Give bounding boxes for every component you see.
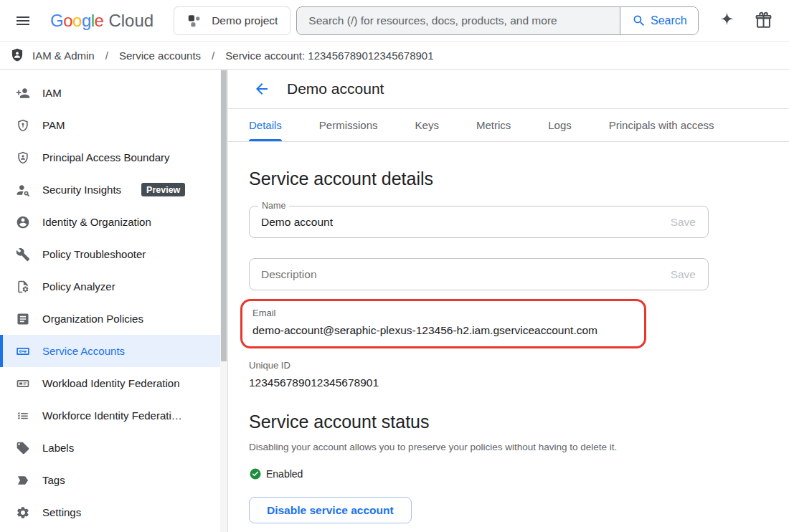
iam-admin-shield-icon xyxy=(10,48,24,62)
logo-letter: e xyxy=(95,11,104,31)
tag-icon xyxy=(16,441,30,455)
name-save-button[interactable]: Save xyxy=(658,206,708,237)
sidebar-item-service-accounts[interactable]: Service Accounts xyxy=(0,335,227,367)
logo-letter: g xyxy=(82,11,91,31)
menu-icon[interactable] xyxy=(14,12,32,29)
sidebar-scrollbar-thumb[interactable] xyxy=(221,70,227,361)
tab-permissions[interactable]: Permissions xyxy=(319,109,378,141)
sidebar-item-workforce-identity-federation[interactable]: Workforce Identity Federati… xyxy=(0,399,227,432)
breadcrumb-separator: / xyxy=(105,49,108,62)
disable-service-account-button[interactable]: Disable service account xyxy=(249,497,412,523)
sidebar-item-label: Policy Troubleshooter xyxy=(42,248,146,260)
search-icon xyxy=(632,14,646,28)
tab-keys[interactable]: Keys xyxy=(415,109,439,141)
tab-logs[interactable]: Logs xyxy=(548,109,572,141)
sidebar-item-label: IAM xyxy=(42,87,62,99)
list-icon xyxy=(16,409,30,423)
global-search: Search xyxy=(296,6,699,35)
sidebar-item-label: Workload Identity Federation xyxy=(42,377,180,389)
gift-icon[interactable] xyxy=(754,11,773,30)
name-input[interactable] xyxy=(250,206,642,237)
shield-key-icon xyxy=(16,118,30,133)
service-account-status-heading: Service account status xyxy=(249,412,789,432)
project-selector-label: Demo project xyxy=(212,14,278,27)
service-account-key-icon xyxy=(16,344,30,358)
main-content: Demo account Details Permissions Keys Me… xyxy=(228,70,789,532)
sidebar-item-label: Settings xyxy=(42,506,81,518)
unique-id-label: Unique ID xyxy=(249,360,789,371)
email-highlight-annotation: Email demo-account@seraphic-plexus-12345… xyxy=(240,299,646,348)
search-button-label: Search xyxy=(651,14,687,27)
search-input[interactable] xyxy=(297,7,620,34)
status-badge: Enabled xyxy=(266,468,303,480)
sidebar-item-policy-troubleshooter[interactable]: Policy Troubleshooter xyxy=(0,238,227,270)
gemini-sparkle-icon[interactable] xyxy=(717,11,737,30)
sidebar-item-label: Tags xyxy=(42,474,65,486)
email-label: Email xyxy=(252,308,634,318)
sidebar-item-security-insights[interactable]: Security Insights Preview xyxy=(0,174,227,206)
page-title: Demo account xyxy=(287,80,384,98)
name-field: Name Save xyxy=(249,206,709,238)
description-save-button[interactable]: Save xyxy=(658,259,708,290)
sidebar-item-label: Workforce Identity Federati… xyxy=(42,409,182,422)
unique-id-block: Unique ID 123456789012345678901 xyxy=(249,360,789,389)
search-field-area xyxy=(297,7,620,34)
badge-card-icon xyxy=(16,376,30,391)
sidebar-item-label: Identity & Organization xyxy=(42,216,151,228)
sidebar-item-label: PAM xyxy=(42,119,65,131)
gear-icon xyxy=(16,505,30,520)
name-field-label: Name xyxy=(258,201,289,211)
sidebar-item-label: Service Accounts xyxy=(42,345,125,357)
document-gear-icon xyxy=(16,280,30,294)
page-header: Demo account xyxy=(228,70,789,109)
label-important-icon xyxy=(16,473,30,488)
sidebar-item-policy-analyzer[interactable]: Policy Analyzer xyxy=(0,270,227,303)
sidebar-item-pam[interactable]: PAM xyxy=(0,109,227,141)
person-add-icon xyxy=(16,86,30,100)
sidebar-item-settings[interactable]: Settings xyxy=(0,496,227,528)
status-description: Disabling your account allows you to pre… xyxy=(249,442,789,452)
sidebar-item-label: Principal Access Boundary xyxy=(42,151,170,163)
tab-details[interactable]: Details xyxy=(249,109,282,141)
sidebar-item-label: Labels xyxy=(42,442,74,454)
project-icon xyxy=(186,13,202,29)
description-field: Save xyxy=(249,258,709,290)
sidebar-item-organization-policies[interactable]: Organization Policies xyxy=(0,303,227,335)
person-search-icon xyxy=(16,183,30,197)
sidebar-item-label: Organization Policies xyxy=(42,313,143,325)
sidebar-item-workload-identity-federation[interactable]: Workload Identity Federation xyxy=(0,367,227,399)
tab-principals-with-access[interactable]: Principals with access xyxy=(609,109,714,141)
breadcrumb-separator: / xyxy=(212,49,214,62)
project-selector-button[interactable]: Demo project xyxy=(174,6,290,35)
logo-cloud-text: Cloud xyxy=(108,11,153,31)
service-account-details-heading: Service account details xyxy=(249,168,789,189)
logo-letter: o xyxy=(72,11,82,31)
document-icon xyxy=(16,312,30,326)
tab-metrics[interactable]: Metrics xyxy=(476,109,511,141)
tab-bar: Details Permissions Keys Metrics Logs Pr… xyxy=(228,109,789,142)
search-button[interactable]: Search xyxy=(620,7,698,34)
google-cloud-logo: G o o g l e Cloud xyxy=(50,11,153,31)
details-panel: Service account details Name Save Save E… xyxy=(228,142,789,523)
shield-person-icon xyxy=(16,151,30,165)
iam-admin-sidebar: IAM PAM Principal Access Boundary Securi… xyxy=(0,70,228,532)
sidebar-item-iam[interactable]: IAM xyxy=(0,77,227,109)
breadcrumb-item-current: Service account: 123456789012345678901 xyxy=(225,49,433,62)
sidebar-item-tags[interactable]: Tags xyxy=(0,464,227,496)
account-circle-icon xyxy=(16,215,30,229)
sidebar-scrollbar[interactable] xyxy=(220,70,227,532)
breadcrumb-item-iam-admin[interactable]: IAM & Admin xyxy=(32,49,95,62)
logo-letter: o xyxy=(63,11,72,31)
sidebar-item-labels[interactable]: Labels xyxy=(0,432,227,464)
sidebar-item-identity-organization[interactable]: Identity & Organization xyxy=(0,206,227,238)
sidebar-item-label: Security Insights xyxy=(42,184,121,196)
breadcrumb-item-service-accounts[interactable]: Service accounts xyxy=(119,49,201,62)
sidebar-item-principal-access-boundary[interactable]: Principal Access Boundary xyxy=(0,141,227,174)
description-input[interactable] xyxy=(250,259,642,290)
back-arrow-icon[interactable] xyxy=(253,80,270,98)
status-row: Enabled xyxy=(249,467,789,480)
preview-badge: Preview xyxy=(141,183,185,196)
check-circle-icon xyxy=(249,467,262,480)
unique-id-value: 123456789012345678901 xyxy=(249,376,789,389)
email-value: demo-account@seraphic-plexus-123456-h2.i… xyxy=(252,324,634,337)
